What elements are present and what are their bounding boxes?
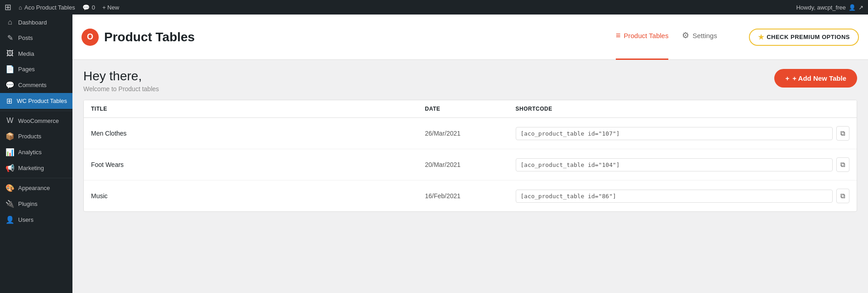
premium-btn-label: CHECK PREMIUM OPTIONS: [767, 34, 850, 40]
sidebar-item-plugins[interactable]: 🔌 Plugins: [0, 196, 72, 212]
sidebar-item-label: Plugins: [18, 200, 38, 207]
new-item[interactable]: + New: [102, 4, 119, 11]
admin-bar: ⊞ ⌂ Aco Product Tables 💬 0 + New Howdy, …: [0, 0, 868, 15]
dashboard-icon: ⌂: [5, 18, 14, 26]
sidebar-item-wc-product-tables[interactable]: ⊞ WC Product Tables: [0, 93, 72, 109]
users-icon: 👤: [5, 215, 14, 224]
row-1-copy-button[interactable]: ⧉: [836, 126, 849, 141]
sidebar-item-label: Media: [18, 50, 34, 57]
main-layout: ⌂ Dashboard ✎ Posts 🖼 Media 📄 Pages 💬 Co…: [0, 15, 868, 293]
gear-icon: ⚙: [682, 30, 689, 40]
copy-icon: ⧉: [840, 192, 845, 200]
premium-button[interactable]: ★ CHECK PREMIUM OPTIONS: [749, 29, 859, 46]
sidebar-item-label: WC Product Tables: [17, 98, 67, 104]
sidebar-item-marketing[interactable]: 📢 Marketing: [0, 160, 72, 176]
sidebar-item-label: Dashboard: [18, 19, 47, 26]
sidebar-item-users[interactable]: 👤 Users: [0, 212, 72, 228]
comments-item[interactable]: 💬 0: [82, 4, 95, 11]
sidebar-item-products[interactable]: 📦 Products: [0, 128, 72, 144]
add-new-label: + Add New Table: [792, 74, 846, 82]
nav-settings-label: Settings: [692, 32, 717, 39]
wc-product-tables-icon: ⊞: [5, 97, 13, 105]
appearance-icon: 🎨: [5, 184, 14, 192]
star-icon: ★: [758, 33, 764, 41]
row-2-shortcode-cell: ⧉: [516, 157, 850, 172]
add-icon: +: [785, 74, 789, 82]
list-icon: ≡: [616, 31, 621, 40]
sidebar-item-appearance[interactable]: 🎨 Appearance: [0, 180, 72, 196]
external-link-icon: ↗: [858, 4, 863, 11]
sidebar-item-dashboard[interactable]: ⌂ Dashboard: [0, 15, 72, 30]
site-name-item[interactable]: ⌂ Aco Product Tables: [19, 4, 75, 11]
add-new-table-button[interactable]: + + Add New Table: [774, 69, 857, 88]
posts-icon: ✎: [5, 34, 14, 42]
pages-icon: 📄: [5, 65, 14, 73]
sidebar-item-posts[interactable]: ✎ Posts: [0, 30, 72, 46]
home-icon: ⌂: [19, 4, 22, 11]
row-3-shortcode-input[interactable]: [516, 190, 833, 203]
plugin-logo-section: O Product Tables: [82, 29, 195, 46]
sidebar-item-media[interactable]: 🖼 Media: [0, 46, 72, 61]
woocommerce-icon: W: [5, 117, 14, 125]
plugin-title: Product Tables: [104, 30, 195, 44]
row-2-title: Foot Wears: [91, 161, 425, 168]
row-1-shortcode-cell: ⧉: [516, 126, 850, 141]
products-icon: 📦: [5, 132, 14, 141]
comments-count: 0: [92, 4, 95, 11]
plugin-logo-circle: O: [82, 29, 99, 46]
sidebar-item-label: Appearance: [18, 185, 50, 191]
user-avatar-icon: 👤: [849, 4, 856, 11]
col-date-header: DATE: [425, 106, 516, 112]
sidebar: ⌂ Dashboard ✎ Posts 🖼 Media 📄 Pages 💬 Co…: [0, 15, 72, 293]
page-greeting: Hey there, Welcome to Product tables + +…: [83, 69, 857, 93]
media-icon: 🖼: [5, 49, 14, 58]
sidebar-item-analytics[interactable]: 📊 Analytics: [0, 144, 72, 160]
row-2-shortcode-input[interactable]: [516, 158, 833, 171]
row-3-shortcode-cell: ⧉: [516, 189, 850, 203]
plugins-icon: 🔌: [5, 200, 14, 208]
sidebar-item-comments[interactable]: 💬 Comments: [0, 77, 72, 93]
table-row: Music 16/Feb/2021 ⧉: [84, 181, 857, 211]
data-table: TITLE DATE Shortcode Men Clothes 26/Mar/…: [83, 100, 857, 212]
col-shortcode-header: Shortcode: [516, 106, 850, 112]
page-content: Hey there, Welcome to Product tables + +…: [72, 60, 868, 293]
copy-icon: ⧉: [840, 161, 845, 169]
sidebar-separator: [0, 111, 72, 111]
wp-logo-item[interactable]: ⊞: [5, 2, 11, 12]
content-area: O Product Tables ≡ Product Tables ⚙ Sett…: [72, 15, 868, 293]
sidebar-item-label: Posts: [18, 34, 33, 41]
sidebar-item-label: WooCommerce: [18, 117, 59, 124]
sidebar-item-label: Marketing: [18, 165, 44, 171]
row-3-title: Music: [91, 192, 425, 200]
sidebar-item-label: Comments: [18, 82, 47, 88]
sidebar-item-pages[interactable]: 📄 Pages: [0, 61, 72, 77]
sidebar-item-label: Products: [18, 133, 41, 140]
wp-logo-icon: ⊞: [5, 2, 11, 12]
table-row: Foot Wears 20/Mar/2021 ⧉: [84, 149, 857, 181]
row-2-copy-button[interactable]: ⧉: [836, 157, 849, 172]
table-row: Men Clothes 26/Mar/2021 ⧉: [84, 118, 857, 149]
analytics-icon: 📊: [5, 148, 14, 156]
row-3-copy-button[interactable]: ⧉: [836, 189, 849, 203]
howdy-label: Howdy, awcpt_free: [796, 4, 846, 11]
greeting-heading: Hey there,: [83, 69, 159, 83]
row-1-shortcode-input[interactable]: [516, 127, 833, 140]
row-3-date: 16/Feb/2021: [425, 192, 516, 200]
nav-settings[interactable]: ⚙ Settings: [682, 15, 717, 60]
logo-letter: O: [87, 32, 93, 42]
row-1-title: Men Clothes: [91, 130, 425, 137]
sidebar-item-label: Pages: [18, 66, 35, 73]
greeting-text: Hey there, Welcome to Product tables: [83, 69, 159, 93]
sidebar-item-label: Analytics: [18, 149, 42, 156]
nav-product-tables-label: Product Tables: [624, 32, 669, 39]
sidebar-item-label: Users: [18, 216, 34, 223]
plugin-nav: ≡ Product Tables ⚙ Settings ★ CHECK PREM…: [616, 15, 859, 60]
col-title-header: TITLE: [91, 106, 425, 112]
marketing-icon: 📢: [5, 164, 14, 172]
sidebar-item-woocommerce[interactable]: W WooCommerce: [0, 113, 72, 128]
new-label: + New: [102, 4, 119, 11]
copy-icon: ⧉: [840, 129, 845, 137]
admin-bar-right: Howdy, awcpt_free 👤 ↗: [796, 4, 863, 11]
nav-product-tables[interactable]: ≡ Product Tables: [616, 15, 668, 60]
welcome-text: Welcome to Product tables: [83, 85, 159, 93]
